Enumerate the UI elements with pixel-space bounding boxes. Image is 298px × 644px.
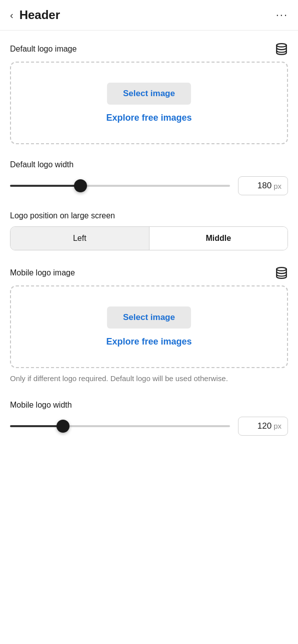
mobile-select-image-button[interactable]: Select image [107, 306, 191, 329]
mobile-database-icon[interactable] [275, 266, 288, 279]
default-explore-link[interactable]: Explore free images [106, 113, 192, 123]
mobile-logo-width-row: 120 px [10, 417, 288, 436]
default-logo-width-unit: px [274, 182, 282, 190]
position-left-button[interactable]: Left [10, 227, 150, 250]
mobile-logo-width-unit: px [274, 422, 282, 430]
mobile-logo-width-input-box[interactable]: 120 px [238, 417, 288, 436]
database-icon[interactable] [275, 43, 288, 56]
mobile-logo-width-value: 120 [258, 421, 272, 431]
default-logo-section: Default logo image Select image Explore … [10, 43, 288, 144]
mobile-logo-upload-area: Select image Explore free images [10, 285, 288, 368]
mobile-logo-section: Mobile logo image Select image Explore f… [10, 266, 288, 385]
default-logo-width-value: 180 [258, 181, 272, 191]
mobile-logo-label-row: Mobile logo image [10, 266, 288, 279]
default-logo-label: Default logo image [10, 45, 76, 54]
mobile-logo-width-thumb[interactable] [56, 420, 70, 433]
default-logo-width-track [10, 185, 230, 187]
mobile-logo-width-label: Mobile logo width [10, 401, 288, 410]
content-area: Default logo image Select image Explore … [0, 31, 298, 464]
header-left: ‹ Header [10, 8, 60, 22]
mobile-logo-label: Mobile logo image [10, 268, 75, 277]
mobile-logo-width-track [10, 425, 230, 427]
mobile-logo-hint: Only if different logo required. Default… [10, 373, 288, 385]
logo-position-section: Logo position on large screen Left Middl… [10, 211, 288, 250]
more-menu-icon[interactable]: ··· [276, 9, 288, 22]
page-title: Header [20, 8, 60, 22]
logo-position-toggle: Left Middle [10, 226, 288, 250]
svg-point-1 [276, 267, 286, 271]
mobile-logo-width-slider-wrapper[interactable] [10, 421, 230, 431]
svg-point-0 [276, 44, 286, 47]
default-select-image-button[interactable]: Select image [107, 83, 191, 105]
position-middle-button[interactable]: Middle [150, 227, 288, 250]
default-logo-width-thumb[interactable] [74, 179, 87, 192]
default-logo-upload-area: Select image Explore free images [10, 62, 288, 144]
mobile-logo-width-section: Mobile logo width 120 px [10, 401, 288, 436]
back-arrow-icon[interactable]: ‹ [10, 10, 14, 21]
default-logo-width-slider-wrapper[interactable] [10, 181, 230, 191]
mobile-explore-link[interactable]: Explore free images [106, 337, 192, 347]
default-logo-width-input-box[interactable]: 180 px [238, 176, 288, 195]
header-bar: ‹ Header ··· [0, 0, 298, 31]
default-logo-width-row: 180 px [10, 176, 288, 195]
logo-position-label: Logo position on large screen [10, 211, 288, 220]
default-logo-width-section: Default logo width 180 px [10, 160, 288, 195]
default-logo-width-label: Default logo width [10, 160, 288, 169]
default-logo-label-row: Default logo image [10, 43, 288, 56]
